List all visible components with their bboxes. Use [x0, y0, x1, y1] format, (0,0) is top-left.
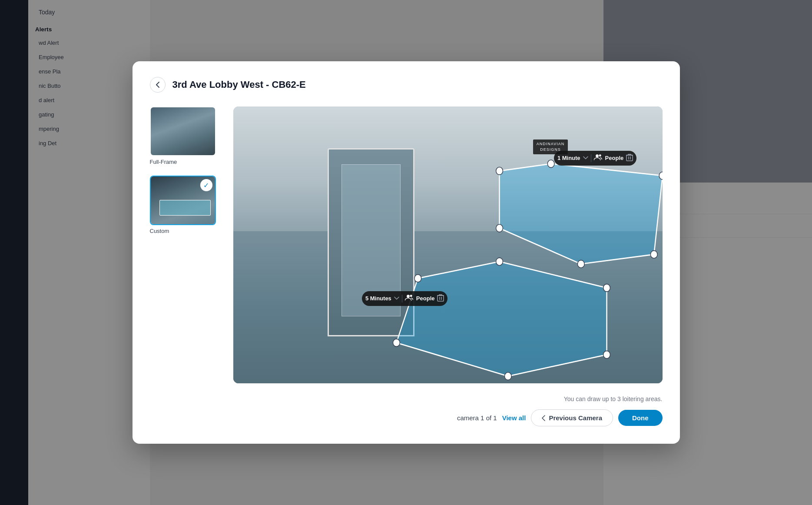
thumb-label-full-frame: Full-Frame [150, 159, 219, 165]
zone2-control-pill: 5 Minutes People [362, 291, 448, 306]
thumbnail-panel: Full-Frame ✓ Custom [150, 106, 219, 383]
modal-container: 3rd Ave Lobby West - CB62-E Full-Frame [133, 61, 680, 444]
svg-point-20 [407, 295, 410, 298]
view-all-button[interactable]: View all [502, 414, 526, 422]
pill-divider [591, 154, 591, 162]
modal-body: Full-Frame ✓ Custom [150, 106, 663, 383]
door-area [328, 148, 414, 336]
thumb-img-custom: ✓ [150, 176, 216, 225]
selected-check-icon: ✓ [200, 179, 212, 191]
zone1-duration[interactable]: 1 Minute [557, 155, 580, 161]
back-button[interactable] [150, 77, 166, 93]
camera-counter: camera 1 of 1 [457, 414, 497, 422]
camera-background: ANDINAVIANDESIGNS [233, 106, 663, 383]
camera-view: ANDINAVIANDESIGNS [233, 106, 663, 383]
hint-text: You can draw up to 3 loitering areas. [150, 395, 663, 402]
pill-divider-2 [402, 295, 402, 302]
modal-title: 3rd Ave Lobby West - CB62-E [172, 79, 306, 90]
modal-overlay: 3rd Ave Lobby West - CB62-E Full-Frame [0, 0, 812, 505]
zone1-control-pill: 1 Minute People [554, 151, 636, 166]
zone1-people-label: People [605, 155, 624, 161]
zone2-delete-button[interactable] [437, 294, 444, 303]
scene-sky [233, 106, 663, 231]
svg-point-21 [410, 295, 412, 297]
svg-rect-16 [626, 155, 633, 161]
thumb-label-custom: Custom [150, 228, 219, 234]
zone2-people-icon [405, 294, 414, 303]
thumb-bg-full-frame [151, 107, 215, 155]
prev-camera-label: Previous Camera [549, 414, 602, 422]
thumbnail-custom[interactable]: ✓ Custom [150, 176, 219, 234]
zone1-chevron-icon[interactable] [583, 156, 588, 160]
zone2-people-label: People [416, 295, 435, 302]
thumbnail-full-frame[interactable]: Full-Frame [150, 106, 219, 165]
thumb-img-full-frame [150, 106, 216, 156]
thumb-zone-rect [159, 200, 211, 216]
done-button[interactable]: Done [618, 410, 663, 426]
scene-ground [233, 231, 663, 383]
svg-rect-22 [437, 296, 444, 301]
zone2-duration[interactable]: 5 Minutes [365, 295, 391, 302]
svg-point-15 [599, 154, 601, 156]
modal-header: 3rd Ave Lobby West - CB62-E [150, 77, 663, 93]
previous-camera-button[interactable]: Previous Camera [531, 409, 613, 426]
zone1-delete-button[interactable] [626, 153, 633, 163]
svg-point-14 [596, 154, 599, 157]
zone1-people-icon [594, 153, 603, 163]
modal-footer: You can draw up to 3 loitering areas. ca… [150, 395, 663, 426]
footer-nav: camera 1 of 1 View all Previous Camera D… [150, 409, 663, 426]
zone2-chevron-icon[interactable] [394, 296, 399, 301]
